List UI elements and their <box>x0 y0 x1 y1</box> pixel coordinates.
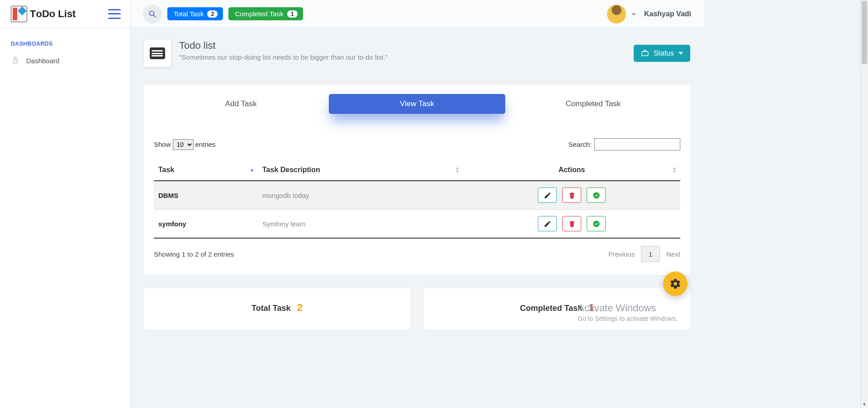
table-row: DBMSmongodb today <box>154 181 680 210</box>
briefcase-icon <box>641 49 649 57</box>
chip-label: Completed Task <box>235 10 283 18</box>
summary-label: Completed Task <box>520 304 582 313</box>
settings-fab[interactable] <box>663 272 688 296</box>
cell-actions <box>463 210 680 239</box>
task-card: Add Task View Task Completed Task Show 1… <box>144 85 690 275</box>
length-prefix: Show <box>154 141 171 148</box>
page-title: Todo list <box>179 40 388 52</box>
page-prev[interactable]: Previous <box>608 250 635 258</box>
page-next[interactable]: Next <box>666 250 680 258</box>
scroll-thumb[interactable] <box>862 1 867 64</box>
task-table: Task ▲ Task Description ▲▼ Actions ▲▼ <box>154 159 680 239</box>
caret-down-icon <box>678 52 683 55</box>
edit-button[interactable] <box>538 216 557 231</box>
tab-completed-task[interactable]: Completed Task <box>505 94 681 114</box>
table-row: symfonySymfony learn <box>154 210 680 239</box>
length-suffix: entries <box>195 141 216 148</box>
page-header: Todo list "Sometimes our stop-doing list… <box>130 28 704 79</box>
edit-button[interactable] <box>538 188 557 203</box>
list-icon <box>150 47 165 59</box>
delete-button[interactable] <box>562 216 581 231</box>
logo-icon <box>11 6 27 22</box>
gear-icon <box>669 278 681 290</box>
app-logo[interactable]: TToDo ListoDo List <box>11 6 76 22</box>
sort-icon: ▲▼ <box>455 166 460 174</box>
topbar: Total Task 2 Completed Task 1 Kashyap Va… <box>130 0 704 28</box>
page-icon-tile <box>144 40 171 67</box>
avatar <box>607 5 626 23</box>
cell-desc: Symfony learn <box>258 210 463 239</box>
length-control: Show 10 entries <box>154 139 216 150</box>
complete-button[interactable] <box>587 188 606 203</box>
summary-label: Total Task <box>251 304 290 313</box>
logo-text: TToDo ListoDo List <box>30 8 76 19</box>
page-number[interactable]: 1 <box>641 246 660 262</box>
page-subtitle: "Sometimes our stop-doing list needs to … <box>179 53 388 61</box>
total-task-chip[interactable]: Total Task 2 <box>167 7 223 20</box>
rocket-icon <box>11 56 20 65</box>
sidebar-item-label: Dashboard <box>26 57 59 65</box>
menu-toggle-icon[interactable] <box>108 9 121 19</box>
summary-total-card: Total Task 2 <box>144 288 410 330</box>
sort-icon: ▲▼ <box>672 166 677 174</box>
cell-task: symfony <box>154 210 258 239</box>
status-label: Status <box>654 49 674 57</box>
status-dropdown[interactable]: Status <box>634 45 690 62</box>
user-menu[interactable]: Kashyap Vadi <box>607 5 691 23</box>
col-desc[interactable]: Task Description ▲▼ <box>258 159 463 181</box>
sort-icon: ▲ <box>250 168 254 172</box>
tab-add-task[interactable]: Add Task <box>153 94 329 114</box>
cell-desc: mongodb today <box>258 181 463 210</box>
search-label: Search: <box>568 141 592 148</box>
tab-view-task[interactable]: View Task <box>329 94 505 114</box>
nav-section-heading: DASHBOARDS <box>0 28 130 52</box>
username: Kashyap Vadi <box>644 10 691 18</box>
logo-row: TToDo ListoDo List <box>0 0 130 28</box>
sidebar: TToDo ListoDo List DASHBOARDS Dashboard <box>0 0 130 408</box>
chevron-down-icon <box>631 11 637 17</box>
summary-value: 2 <box>297 302 303 314</box>
window-scrollbar[interactable]: ▲ ▼ <box>860 0 868 408</box>
summary-completed-card: Completed Task 1 <box>424 288 690 330</box>
delete-button[interactable] <box>562 188 581 203</box>
search-input[interactable] <box>594 138 680 150</box>
col-actions: Actions ▲▼ <box>463 159 680 181</box>
completed-task-chip[interactable]: Completed Task 1 <box>228 7 303 20</box>
search-icon <box>148 9 157 19</box>
cell-actions <box>463 181 680 210</box>
chip-badge: 1 <box>287 10 298 18</box>
pagination: Previous 1 Next <box>608 246 680 262</box>
search-button[interactable] <box>143 5 162 23</box>
svg-point-0 <box>15 59 16 60</box>
length-select[interactable]: 10 <box>173 139 194 150</box>
chip-label: Total Task <box>174 10 204 18</box>
svg-line-2 <box>153 15 156 17</box>
table-info: Showing 1 to 2 of 2 entries <box>154 250 234 258</box>
chip-badge: 2 <box>207 10 218 18</box>
cell-task: DBMS <box>154 181 258 210</box>
svg-rect-3 <box>642 52 648 56</box>
col-task[interactable]: Task ▲ <box>154 159 258 181</box>
complete-button[interactable] <box>587 216 606 231</box>
summary-value: 1 <box>588 302 594 314</box>
sidebar-item-dashboard[interactable]: Dashboard <box>0 52 130 70</box>
scroll-down-icon[interactable]: ▼ <box>861 400 868 408</box>
tabs: Add Task View Task Completed Task <box>144 85 690 123</box>
